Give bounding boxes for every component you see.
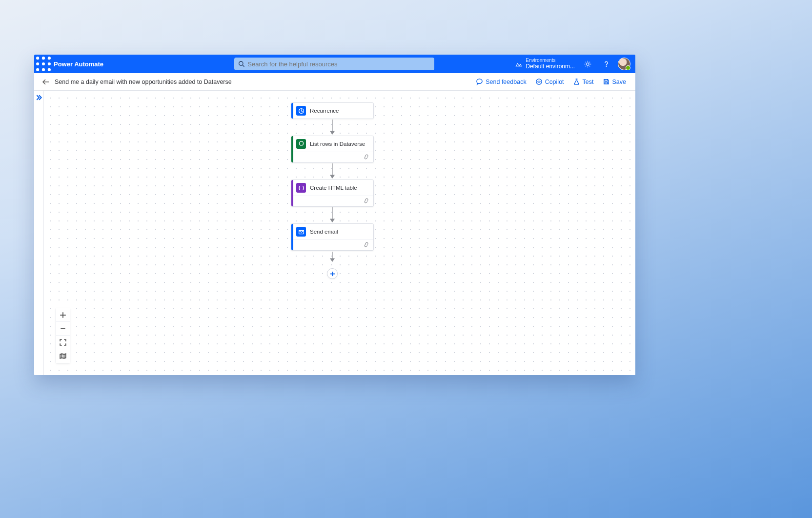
svg-point-8	[48, 68, 51, 71]
connection-icon	[363, 241, 369, 250]
svg-point-12	[606, 66, 606, 66]
node-footer	[291, 152, 373, 162]
save-label: Save	[612, 79, 627, 85]
node-footer	[291, 239, 373, 250]
environment-label: Environments	[526, 58, 575, 63]
plus-icon	[60, 312, 66, 319]
help-button[interactable]	[597, 55, 615, 73]
flow-title: Send me a daily email with new opportuni…	[55, 79, 232, 85]
node-accent	[291, 224, 293, 250]
connection-icon	[363, 197, 369, 206]
node-accent	[291, 103, 293, 119]
map-icon	[60, 353, 66, 359]
flow-node-action-list-rows[interactable]: List rows in Dataverse	[291, 136, 374, 163]
expand-panel-button[interactable]	[35, 94, 43, 101]
svg-point-0	[36, 57, 39, 60]
flow-column: RecurrenceList rows in DataverseCreate H…	[291, 102, 374, 279]
save-icon	[603, 78, 610, 85]
flask-icon	[573, 78, 580, 85]
flow-arrow	[328, 207, 336, 223]
app-window: Power Automate Environments Default envi…	[34, 55, 635, 375]
arrow-left-icon	[42, 78, 50, 86]
node-header: List rows in Dataverse	[291, 136, 373, 152]
node-title: Create HTML table	[310, 185, 357, 191]
left-rail	[34, 91, 44, 375]
minimap-button[interactable]	[56, 349, 70, 363]
search-icon	[238, 60, 244, 67]
copilot-label: Copilot	[545, 79, 564, 85]
flow-arrow	[328, 163, 336, 179]
gear-icon	[584, 60, 592, 68]
node-title: Recurrence	[310, 108, 339, 114]
svg-point-4	[42, 62, 45, 65]
add-step-button[interactable]	[327, 268, 338, 279]
search-input[interactable]	[247, 60, 430, 68]
waffle-icon	[34, 55, 53, 73]
feedback-label: Send feedback	[486, 79, 526, 85]
environment-picker[interactable]: Environments Default environm...	[512, 58, 578, 69]
test-label: Test	[583, 79, 594, 85]
plus-icon	[330, 271, 335, 277]
app-launcher-button[interactable]	[34, 55, 53, 73]
user-avatar[interactable]	[618, 58, 630, 70]
node-header: Create HTML table	[291, 180, 373, 196]
zoom-out-button[interactable]	[56, 322, 70, 336]
node-footer	[291, 196, 373, 206]
save-button[interactable]: Save	[598, 75, 631, 89]
dataverse-icon	[296, 139, 306, 149]
settings-button[interactable]	[579, 55, 596, 73]
flow-node-action-html-table[interactable]: Create HTML table	[291, 179, 374, 207]
flow-node-action-send-email[interactable]: Send email	[291, 223, 374, 251]
copilot-icon	[535, 78, 543, 85]
node-title: List rows in Dataverse	[310, 141, 365, 147]
fit-to-screen-button[interactable]	[56, 336, 70, 349]
svg-point-6	[36, 68, 39, 71]
braces-icon	[296, 183, 306, 193]
mail-icon	[296, 227, 306, 237]
environment-icon	[515, 60, 523, 68]
brand-label: Power Automate	[54, 60, 103, 68]
svg-point-11	[586, 62, 589, 65]
fit-icon	[60, 339, 66, 346]
back-button[interactable]	[39, 75, 53, 89]
svg-point-3	[36, 62, 39, 65]
svg-line-10	[243, 65, 244, 66]
environment-value: Default environm...	[526, 63, 575, 70]
svg-point-7	[42, 68, 45, 71]
command-bar: Send me a daily email with new opportuni…	[34, 73, 635, 91]
suite-header-right: Environments Default environm...	[512, 55, 635, 73]
node-header: Send email	[291, 224, 373, 239]
chevron-double-right-icon	[36, 94, 42, 101]
suite-header: Power Automate Environments Default envi…	[34, 55, 635, 73]
node-header: Recurrence	[291, 103, 373, 119]
designer-canvas[interactable]: RecurrenceList rows in DataverseCreate H…	[34, 91, 635, 375]
node-accent	[291, 136, 293, 162]
svg-point-14	[536, 79, 542, 84]
copilot-button[interactable]: Copilot	[531, 75, 568, 89]
svg-rect-15	[605, 82, 608, 84]
node-accent	[291, 180, 293, 206]
svg-point-5	[48, 62, 51, 65]
svg-point-9	[239, 61, 243, 65]
send-feedback-button[interactable]: Send feedback	[471, 75, 530, 89]
zoom-toolbar	[56, 308, 70, 363]
test-button[interactable]: Test	[568, 75, 598, 89]
svg-point-1	[42, 57, 45, 60]
connection-icon	[363, 153, 369, 162]
flow-node-trigger-recurrence[interactable]: Recurrence	[291, 102, 374, 119]
global-search[interactable]	[234, 58, 434, 70]
zoom-in-button[interactable]	[56, 308, 70, 322]
flow-arrow	[328, 119, 336, 136]
minus-icon	[60, 325, 66, 332]
node-title: Send email	[310, 229, 338, 235]
svg-point-2	[48, 57, 51, 60]
clock-icon	[296, 106, 306, 116]
flow-arrow	[328, 251, 336, 262]
feedback-icon	[476, 78, 483, 85]
help-icon	[602, 60, 610, 68]
